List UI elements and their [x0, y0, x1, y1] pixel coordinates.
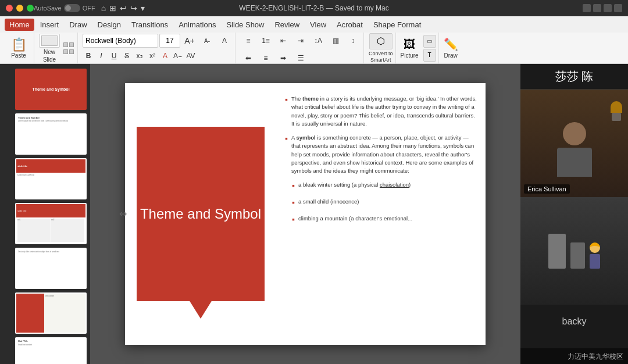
menu-review[interactable]: Review: [270, 19, 304, 31]
decrease-indent[interactable]: ⇤: [275, 33, 291, 49]
draw-label: Draw: [444, 52, 457, 59]
smartart-group: ⬡ Convert toSmartArt: [366, 33, 396, 63]
minimize-button[interactable]: [16, 5, 23, 12]
slide-red-box[interactable]: Theme and Symbol: [137, 127, 265, 301]
superscript-button[interactable]: x²: [147, 50, 158, 62]
draw-button[interactable]: ✏️ Draw: [444, 37, 458, 59]
shapes-button[interactable]: ▭: [423, 35, 436, 48]
store-shelf-2: [570, 242, 585, 269]
slide-edit-area: Theme and Symbol ⇔ ▪ The theme in a stor…: [90, 64, 520, 364]
font-name-input[interactable]: [83, 34, 158, 48]
picture-label: Picture: [401, 52, 419, 59]
sub-bullet-marker-1: ▪: [292, 180, 295, 192]
window-control-2[interactable]: [593, 4, 601, 12]
video-feed-erica: [520, 90, 628, 197]
sub-bullets: ▪ a bleak winter setting (a physical cha…: [285, 181, 477, 226]
slide-thumb-5[interactable]: Text only slide content with multiple li…: [15, 248, 87, 289]
picture-button[interactable]: 🖼 Picture: [401, 38, 419, 59]
title-bar-right: [583, 4, 622, 12]
menu-transitions[interactable]: Transitions: [127, 19, 173, 31]
paragraph-group: ≡ 1≡ ⇤ ⇥ ↕A ▥ ↕ ⬅ ≡ ➡ ☰: [238, 33, 364, 63]
company-logo: 力迈中美九华校区: [568, 352, 623, 361]
person-head-erica: [563, 122, 586, 145]
convert-smartart-button[interactable]: ⬡ Convert toSmartArt: [369, 33, 393, 63]
menu-design[interactable]: Design: [93, 19, 126, 31]
fullscreen-button[interactable]: [27, 5, 34, 12]
menu-insert[interactable]: Insert: [35, 19, 64, 31]
menu-shape-format[interactable]: Shape Format: [369, 19, 426, 31]
menu-home[interactable]: Home: [5, 19, 34, 31]
menu-acrobat[interactable]: Acrobat: [332, 19, 367, 31]
slide-container-6: 6 text content: [3, 292, 87, 334]
bold-button[interactable]: B: [83, 50, 94, 62]
font-group: A+ A- A B I U S x₂ x² A A⌣ AV: [80, 33, 236, 63]
bullet1-prefix: The: [291, 95, 302, 102]
subscript-button[interactable]: x₂: [134, 50, 145, 62]
slide-thumb-7[interactable]: Slide 7 Title Small text content: [15, 337, 87, 364]
menu-view[interactable]: View: [305, 19, 331, 31]
line-spacing[interactable]: ↕: [345, 33, 361, 49]
text-direction[interactable]: ↕A: [310, 33, 326, 49]
slide-thumb-inner-2: Theme and Symbol Lorem ipsum text conten…: [16, 115, 85, 154]
char-spacing-button[interactable]: AV: [185, 50, 197, 62]
slide-container-3: 3 slide title Content area with text: [3, 158, 87, 199]
undo-icon[interactable]: ↩: [120, 3, 127, 13]
host-name: 莎莎 陈: [550, 64, 600, 88]
title-bar: AutoSave OFF ⌂ ⊞ ↩ ↪ ▾ WEEK-2-ENGLISH-LI…: [0, 0, 628, 16]
window-title: WEEK-2-ENGLISH-LIT-2-B — Saved to my Mac: [239, 4, 388, 12]
new-slide-label2: Slide: [43, 56, 56, 63]
nav-grid-icon[interactable]: ⊞: [109, 3, 116, 13]
font-format-row: B I U S x₂ x² A A⌣ AV: [83, 50, 197, 62]
italic-button[interactable]: I: [95, 50, 107, 62]
increase-indent[interactable]: ⇥: [292, 33, 309, 49]
bullet1-bold: theme: [302, 95, 319, 102]
slide-sub-bullet-1: ▪ a bleak winter setting (a physical cha…: [292, 181, 477, 192]
slide-thumb-2[interactable]: Theme and Symbol Lorem ipsum text conten…: [15, 113, 87, 155]
slide-thumb-4[interactable]: slide title col1 col2: [15, 203, 87, 244]
slide-thumb-inner-5: Text only slide content with multiple li…: [16, 249, 85, 288]
slide-container-2: 2 Theme and Symbol Lorem ipsum text cont…: [3, 113, 87, 155]
menu-draw[interactable]: Draw: [65, 19, 91, 31]
sub-bullet-text-1: a bleak winter setting (a physical chais…: [298, 181, 477, 189]
layout-picker[interactable]: [62, 41, 75, 55]
slide-bullet-2: ▪ A symbol is something concrete — a per…: [285, 134, 477, 175]
font-size-decrease[interactable]: A-: [199, 33, 215, 49]
more-icon[interactable]: ▾: [141, 3, 145, 13]
font-size-input[interactable]: [159, 34, 180, 48]
slide-container-4: 4 slide title col1 col2: [3, 203, 87, 244]
font-color-button[interactable]: A: [159, 50, 171, 62]
numbering-button[interactable]: 1≡: [258, 33, 274, 49]
traffic-lights: [6, 5, 34, 12]
slide-icon: [39, 34, 60, 48]
slide-text-area[interactable]: ⇔ ▪ The theme in a story is its underlyi…: [276, 83, 486, 345]
underline-word: chaisolation: [380, 181, 409, 188]
menu-animations[interactable]: Animations: [174, 19, 220, 31]
slide-canvas[interactable]: Theme and Symbol ⇔ ▪ The theme in a stor…: [125, 83, 486, 345]
window-control-1[interactable]: [583, 4, 591, 12]
redo-icon[interactable]: ↪: [130, 3, 137, 13]
slide-container-7: 7 Slide 7 Title Small text content: [3, 337, 87, 364]
close-button[interactable]: [6, 5, 13, 12]
font-size-increase[interactable]: A+: [181, 33, 198, 49]
slide-thumb-3[interactable]: slide title Content area with text: [15, 158, 87, 199]
slide-thumb-6[interactable]: text content: [15, 292, 87, 334]
column-layout[interactable]: ▥: [327, 33, 344, 49]
slide-thumb-1[interactable]: Theme and Symbol: [15, 69, 87, 110]
main-area: 1 Theme and Symbol 2 Theme and Symbol Lo…: [0, 64, 628, 364]
autosave-toggle[interactable]: [64, 4, 80, 12]
window-control-3[interactable]: [604, 4, 612, 12]
underline-button[interactable]: U: [108, 50, 120, 62]
font-clear[interactable]: A: [216, 33, 233, 49]
slide-left-panel: Theme and Symbol: [125, 83, 276, 345]
text-shadow-button[interactable]: A⌣: [172, 50, 184, 62]
paste-button[interactable]: 📋 Paste: [6, 35, 31, 61]
home-icon[interactable]: ⌂: [101, 3, 106, 13]
video-erica: Erica Sullivan: [520, 90, 628, 197]
strikethrough-button[interactable]: S: [121, 50, 133, 62]
textbox-button[interactable]: T: [423, 49, 436, 62]
window-control-4[interactable]: [614, 4, 622, 12]
new-slide-label: New: [44, 49, 55, 55]
bullets-button[interactable]: ≡: [240, 33, 256, 49]
menu-slide-show[interactable]: Slide Show: [222, 19, 269, 31]
sub-bullet-marker-2: ▪: [292, 197, 295, 209]
